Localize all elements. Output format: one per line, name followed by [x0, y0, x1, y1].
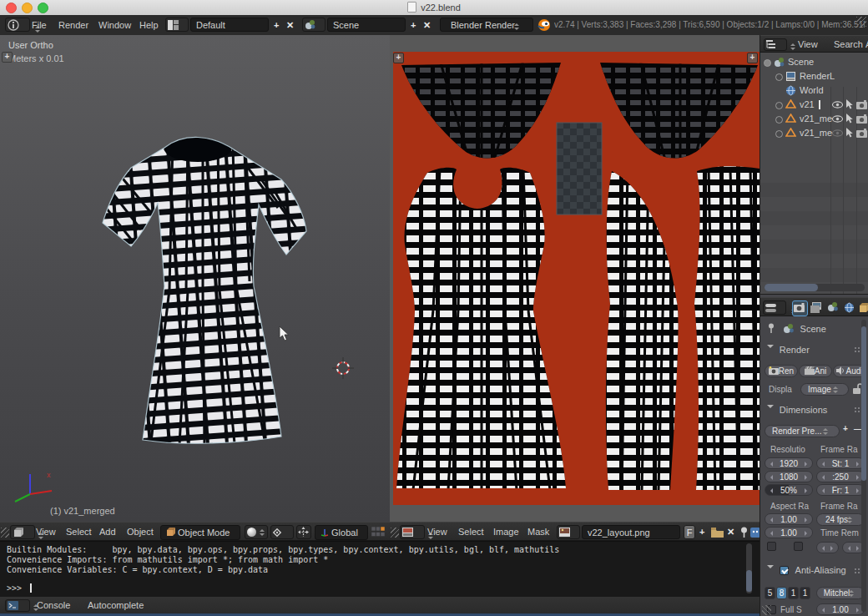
frame-step-field[interactable]: Fr: 1 — [816, 484, 865, 496]
manipulator-toggle[interactable] — [296, 525, 311, 539]
editor-type-button-uv[interactable] — [400, 525, 425, 539]
visibility-eye-icon-disabled[interactable] — [832, 129, 843, 137]
properties-vscrollbar-thumb[interactable] — [861, 326, 866, 481]
visibility-eye-icon[interactable] — [832, 115, 843, 123]
render-button[interactable]: Ren — [765, 365, 798, 377]
console-vscrollbar[interactable] — [746, 543, 752, 593]
uv-toolshelf-expand-button[interactable]: + — [393, 53, 404, 63]
aa-samples-11-button[interactable]: 1 — [788, 587, 799, 599]
render-section-header[interactable]: Render — [767, 345, 810, 355]
editor-type-button-props[interactable] — [763, 300, 786, 315]
uv-image-editor[interactable]: + + — [390, 35, 760, 522]
panel-drag-dots[interactable] — [855, 347, 861, 353]
resolution-x-field[interactable]: 1920 — [765, 457, 813, 469]
aa-samples-5-button[interactable]: 5 — [765, 587, 775, 599]
panel-drag-dots[interactable] — [855, 568, 861, 574]
outliner-row-v21-me-1[interactable]: v21_me — [760, 112, 868, 126]
tab-object[interactable] — [858, 300, 868, 315]
autocomplete-button[interactable]: Autocomplete — [88, 597, 144, 614]
pin-icon[interactable] — [767, 323, 775, 334]
frame-start-field[interactable]: St: 1 — [816, 457, 865, 469]
border-checkbox[interactable] — [767, 542, 776, 551]
aspect-x-field[interactable]: 1.00 — [765, 513, 813, 525]
crop-checkbox[interactable] — [794, 542, 803, 551]
outliner-menu-view[interactable]: View — [798, 36, 818, 53]
close-window-button[interactable] — [6, 3, 17, 13]
outliner-row-v21[interactable]: v21 — [760, 98, 868, 112]
menu-mask-uv[interactable]: Mask — [527, 523, 549, 542]
menu-file[interactable]: File — [32, 15, 47, 35]
new-image-button[interactable]: + — [699, 523, 704, 542]
dimensions-section-header[interactable]: Dimensions — [767, 405, 827, 415]
editor-type-button-outliner[interactable] — [764, 38, 787, 51]
outliner-row-world[interactable]: World — [760, 83, 868, 98]
add-preset-button[interactable]: + — [843, 419, 848, 439]
editor-type-button-console[interactable] — [5, 599, 30, 612]
animation-button[interactable]: Ani — [799, 365, 832, 377]
renderability-camera-icon[interactable] — [856, 114, 867, 124]
menu-add-3d[interactable]: Add — [99, 523, 116, 542]
filter-size-field[interactable]: 1.00 — [816, 603, 865, 615]
image-name-field[interactable]: v22_layout.png — [582, 525, 680, 539]
remove-preset-button[interactable]: — — [854, 419, 861, 439]
tab-render[interactable] — [792, 300, 808, 316]
menu-window[interactable]: Window — [98, 15, 131, 35]
screen-layout-browse-button[interactable] — [165, 18, 189, 32]
fake-user-button[interactable]: F — [684, 525, 695, 539]
menu-object-3d[interactable]: Object — [127, 523, 154, 542]
visibility-eye-icon[interactable] — [832, 101, 843, 109]
zoom-window-button[interactable] — [38, 3, 48, 13]
panel-drag-dots[interactable] — [855, 407, 861, 413]
frame-rate-select[interactable]: 24 fps — [816, 513, 865, 526]
transform-orientation-select[interactable]: Global — [315, 525, 368, 540]
outliner-row-v21-me-2[interactable]: v21_me — [760, 126, 868, 140]
antialiasing-checkbox[interactable] — [780, 566, 789, 575]
time-remap-old-field[interactable] — [816, 542, 839, 553]
scene-name-field[interactable]: Scene — [327, 18, 406, 32]
add-scene-button[interactable]: + — [411, 15, 416, 35]
resolution-percentage-slider[interactable]: 50% — [765, 484, 813, 496]
aa-filter-select[interactable]: Mitchel — [816, 587, 865, 599]
menu-select-3d[interactable]: Select — [66, 523, 92, 542]
renderability-camera-icon[interactable] — [856, 100, 867, 109]
dress-model[interactable] — [71, 114, 321, 457]
selectability-arrow-icon[interactable] — [845, 128, 854, 138]
renderability-camera-icon[interactable] — [856, 129, 867, 138]
outliner-menu-search[interactable]: Search — [834, 36, 863, 53]
console-vscrollbar-thumb[interactable] — [746, 570, 752, 592]
antialiasing-section-header[interactable]: Anti-Aliasing — [767, 565, 846, 575]
scene-browse-button[interactable] — [302, 18, 326, 32]
shading-select[interactable] — [245, 525, 268, 539]
selectability-arrow-icon[interactable] — [845, 99, 854, 109]
properties-vscrollbar[interactable] — [861, 320, 866, 612]
unlink-image-button[interactable]: ✕ — [727, 523, 734, 542]
menu-view-uv[interactable]: View — [427, 523, 447, 542]
image-browse-button[interactable] — [557, 525, 580, 539]
menu-view-3d[interactable]: View — [36, 523, 56, 542]
menu-image-uv[interactable]: Image — [493, 523, 519, 542]
editor-type-button-info[interactable] — [5, 18, 30, 32]
resolution-y-field[interactable]: 1080 — [765, 471, 813, 482]
pivot-select[interactable] — [270, 525, 294, 539]
outliner-row-renderlayer[interactable]: RenderL — [760, 69, 868, 83]
region-resize-grip[interactable] — [856, 17, 866, 27]
minimize-window-button[interactable] — [22, 3, 33, 13]
uv-properties-expand-button[interactable]: + — [747, 53, 758, 63]
render-preset-select[interactable]: Render Pre... — [765, 425, 840, 437]
pin-icon[interactable] — [739, 527, 749, 538]
open-image-folder-icon[interactable] — [711, 528, 724, 538]
region-corner-grip[interactable] — [762, 605, 771, 615]
console-menu[interactable]: Console — [37, 597, 70, 614]
render-engine-select[interactable]: Blender Render — [440, 18, 533, 32]
outliner-row-scene[interactable]: Scene — [760, 55, 868, 69]
tab-scene[interactable] — [826, 300, 840, 315]
mode-select[interactable]: Object Mode — [160, 525, 240, 540]
frame-end-field[interactable]: :250 — [816, 471, 865, 482]
console-prompt-row[interactable]: >>> — [7, 583, 760, 593]
menu-help[interactable]: Help — [139, 15, 159, 35]
menu-select-uv[interactable]: Select — [458, 523, 484, 542]
add-layout-button[interactable]: + — [274, 15, 279, 35]
toolshelf-expand-button[interactable]: + — [2, 52, 13, 63]
tab-world[interactable] — [842, 300, 856, 315]
aa-samples-16-button[interactable]: 1 — [800, 587, 810, 599]
